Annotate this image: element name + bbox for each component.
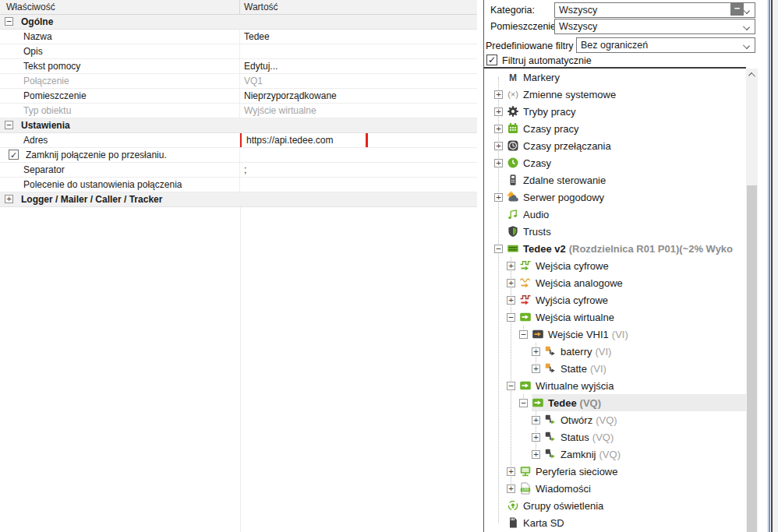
tree-item-body[interactable]: Czasy pracy [507, 120, 746, 137]
expand-node-icon[interactable]: + [507, 262, 515, 270]
expand-node-icon[interactable]: + [494, 193, 503, 202]
expand-node-icon[interactable]: + [494, 90, 503, 99]
expand-node-icon[interactable]: + [532, 433, 540, 442]
tree-item-czasy-przełączania[interactable]: +Czasy przełączania [484, 137, 746, 154]
tree-item-body[interactable]: Peryferia sieciowe [519, 463, 746, 480]
property-row[interactable]: Tekst pomocyEdytuj... [0, 59, 477, 74]
tree-item-body[interactable]: (×)Zmienne systemowe [507, 86, 746, 103]
expand-node-icon[interactable]: + [494, 159, 503, 167]
tree-item-czasy[interactable]: +Czasy [484, 154, 746, 171]
property-row[interactable]: Typ obiektuWyjście wirtualne [0, 104, 477, 118]
value-column-header[interactable]: Wartość [240, 0, 477, 14]
tree-item-tedee-v2[interactable]: −Tedee v2(Rozdzielnica R01 P01)(~2% Wyko [484, 240, 746, 257]
tree-item-serwer-pogodowy[interactable]: +Serwer pogodowy [484, 188, 746, 206]
expand-node-icon[interactable]: + [507, 484, 515, 493]
tree-item-wirtualne-wyjścia[interactable]: −Wirtualne wyjścia [484, 377, 746, 394]
property-row[interactable]: PołączenieVQ1 [0, 74, 477, 89]
tree-item-peryferia-sieciowe[interactable]: +Peryferia sieciowe [484, 463, 746, 480]
tree-item-wiadomości[interactable]: +LOGWiadomości [484, 480, 746, 497]
property-checkbox[interactable]: ✓ [9, 150, 19, 160]
tree-item-body[interactable]: Tedee v2(Rozdzielnica R01 P01)(~2% Wyko [507, 240, 746, 257]
tree-item-wejścia-wirtualne[interactable]: −Wejścia wirtualne [484, 308, 746, 326]
tree-item-body[interactable]: Grupy oświetlenia [507, 497, 746, 514]
expand-node-icon[interactable]: + [532, 416, 540, 425]
expand-node-icon[interactable]: + [494, 142, 503, 150]
collapse-node-icon[interactable]: − [519, 330, 528, 339]
tree-item-body[interactable]: Wejścia analogowe [519, 274, 746, 291]
tree-item-status[interactable]: +Status(VQ) [484, 428, 746, 446]
tree-item-body[interactable]: Czasy [507, 154, 746, 171]
tree-item-body[interactable]: Wejścia cyfrowe [519, 257, 746, 274]
tree-item-zmienne-systemowe[interactable]: +(×)Zmienne systemowe [484, 86, 746, 103]
tree-item-markery[interactable]: MMarkery [484, 69, 746, 86]
expand-section-icon[interactable]: + [5, 195, 13, 203]
tree-item-body[interactable]: Trusts [507, 223, 746, 240]
highlighted-value-annotation[interactable]: https://api.tedee.com [240, 133, 368, 147]
expand-node-icon[interactable]: + [494, 125, 503, 133]
property-row[interactable]: PomieszczenieNieprzyporządkowane [0, 89, 477, 104]
tree-item-body[interactable]: baterry(VI) [544, 343, 746, 360]
property-row[interactable]: Polecenie do ustanowienia połączenia [0, 178, 477, 192]
predefined-filters-select[interactable]: Bez ograniczeń [576, 37, 755, 53]
collapse-node-icon[interactable]: − [494, 245, 503, 253]
property-row[interactable]: Opis [0, 44, 477, 59]
property-row[interactable]: Adreshttps://api.tedee.com [0, 133, 477, 148]
property-row[interactable]: Separator; [0, 163, 477, 178]
tree-item-grupy-oświetlenia[interactable]: Grupy oświetlenia [484, 497, 746, 514]
tree-item-statte[interactable]: +Statte(VI) [484, 360, 746, 377]
tree-item-body[interactable]: LOGWiadomości [519, 480, 746, 497]
tree-item-body[interactable]: Tryby pracy [507, 103, 746, 120]
property-column-header[interactable]: Właściwość [0, 0, 240, 14]
tree-item-wyjścia-cyfrowe[interactable]: +Wyjścia cyfrowe [484, 291, 746, 308]
expand-node-icon[interactable]: + [532, 347, 540, 356]
tree-item-body[interactable]: Wejście VHI1(VI) [532, 326, 746, 343]
auto-filter-checkbox[interactable]: ✓ [486, 55, 497, 65]
property-value[interactable]: https://api.tedee.com [240, 133, 477, 147]
tree-item-body[interactable]: Zdalne sterowanie [507, 171, 746, 188]
tree-item-otwórz[interactable]: +Otwórz(VQ) [484, 411, 746, 428]
property-value[interactable]: Edytuj... [240, 59, 477, 73]
tree-item-selected-body[interactable]: Tedee(VQ) [532, 394, 746, 411]
tree-item-wejścia-analogowe[interactable]: +Wejścia analogowe [484, 274, 746, 291]
tree-item-czasy-pracy[interactable]: +Czasy pracy [484, 120, 746, 137]
property-value[interactable]: Tedee [240, 30, 477, 44]
expand-node-icon[interactable]: + [507, 467, 515, 476]
property-checkbox-row[interactable]: ✓Zamknij połączenie po przesłaniu. [0, 148, 477, 163]
tree-item-zdalne-sterowanie[interactable]: Zdalne sterowanie [484, 171, 746, 188]
tree-item-body[interactable]: MMarkery [507, 69, 746, 86]
property-value[interactable] [240, 178, 477, 192]
property-value[interactable]: Nieprzyporządkowane [240, 89, 477, 103]
tree-item-body[interactable]: Serwer pogodowy [507, 188, 746, 206]
tree-item-body[interactable]: Otwórz(VQ) [544, 411, 746, 428]
property-section-row[interactable]: −Ogólne [0, 15, 477, 30]
tree-item-body[interactable]: Wejścia wirtualne [519, 308, 746, 326]
tree-item-audio[interactable]: Audio [484, 206, 746, 223]
expand-node-icon[interactable]: + [532, 365, 540, 373]
tree-item-karta-sd[interactable]: Karta SD [484, 514, 746, 531]
tree-item-body[interactable]: Statte(VI) [544, 360, 746, 377]
tree-item-zamknij[interactable]: +Zamknij(VQ) [484, 446, 746, 463]
collapse-node-icon[interactable]: − [507, 382, 515, 390]
expand-node-icon[interactable]: + [507, 279, 515, 287]
tree-item-body[interactable]: Status(VQ) [544, 428, 746, 446]
tree-scrollbar[interactable] [746, 69, 758, 532]
tree-item-trusts[interactable]: Trusts [484, 223, 746, 240]
category-select[interactable]: Wszyscy [554, 2, 755, 18]
collapse-all-button[interactable]: − [730, 3, 744, 16]
property-section-row[interactable]: +Logger / Mailer / Caller / Tracker [0, 192, 477, 207]
tree-item-tryby-pracy[interactable]: +Tryby pracy [484, 103, 746, 120]
property-value[interactable] [240, 44, 477, 58]
expand-node-icon[interactable]: + [507, 296, 515, 305]
tree-item-body[interactable]: Karta SD [507, 514, 746, 531]
tree-item-body[interactable]: Zamknij(VQ) [544, 446, 746, 463]
room-select[interactable]: Wszyscy [554, 19, 755, 34]
property-value[interactable]: Wyjście wirtualne [240, 104, 477, 118]
scroll-up-icon[interactable] [746, 69, 758, 81]
collapse-node-icon[interactable]: − [507, 313, 515, 322]
expand-node-icon[interactable]: + [494, 107, 503, 116]
property-value[interactable]: ; [240, 163, 477, 177]
property-value[interactable]: VQ1 [240, 74, 477, 88]
tree-item-body[interactable]: Wirtualne wyjścia [519, 377, 746, 394]
tree-item-body[interactable]: Czasy przełączania [507, 137, 746, 154]
collapse-section-icon[interactable]: − [5, 17, 13, 26]
